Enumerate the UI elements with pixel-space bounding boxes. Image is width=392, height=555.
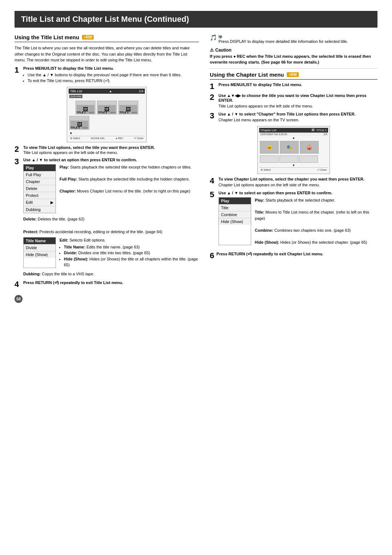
rw-badge-left: +RW bbox=[82, 35, 94, 40]
left-column: Using the Title List menu +RW The Title … bbox=[15, 34, 199, 303]
right-step3-num: 3 bbox=[210, 112, 216, 123]
screen-thumbs: 🖼 TITLE 1 10/12 🖼 TITLE 2 10/14 🖼 TITLE … bbox=[69, 99, 145, 116]
menu-list-edit: Title Name Divide Hide (Show) bbox=[23, 237, 56, 268]
right-step6-num: 6 bbox=[210, 252, 214, 260]
edit-desc: Edit: Selects Edit options. Title Name: … bbox=[60, 237, 199, 268]
menu-edit-hideshow[interactable]: Hide (Show) bbox=[24, 251, 56, 258]
step3-desc: Play: Starts playback the selected title… bbox=[60, 164, 199, 213]
thumb-title3: 🖼 TITLE 3 10/16 bbox=[118, 101, 138, 114]
screen-badge: 1/4 bbox=[139, 89, 144, 93]
chapter-menu-title[interactable]: Title bbox=[219, 204, 251, 211]
step2-text: Title List options appears on the left s… bbox=[23, 150, 199, 155]
left-section-title: Using the Title List menu +RW bbox=[15, 34, 199, 42]
caution-box: ⚠ Caution If you press ● REC when the Ti… bbox=[210, 48, 377, 65]
thumb-title1: 🖼 TITLE 1 10/12 bbox=[75, 101, 95, 114]
right-step1-bold: Press MENU/LIST to display Title List me… bbox=[219, 82, 302, 87]
right-step5-bold: Use ▲ / ▼ to select an option then press… bbox=[219, 191, 332, 195]
menu-item-delete[interactable]: Delete bbox=[24, 185, 56, 192]
right-step1-num: 1 bbox=[210, 82, 216, 90]
screen-arrow-down: ▼ bbox=[69, 131, 145, 136]
chapter-menu-play[interactable]: Play bbox=[219, 198, 251, 204]
thumb-title2: 🖼 TITLE 2 10/14 bbox=[97, 101, 117, 114]
menu-item-dubbing[interactable]: Dubbing bbox=[24, 206, 56, 213]
left-step4: 4 Press RETURN (⏎) repeatedly to exit Ti… bbox=[15, 280, 199, 288]
menu-item-protect[interactable]: Protect bbox=[24, 192, 56, 199]
left-step1: 1 Press MENU/LIST to display the Title L… bbox=[15, 66, 199, 84]
chapter-thumb3: 🎪 bbox=[300, 141, 319, 154]
thumb-title4: 🖼 TITLE 4 10/17 bbox=[69, 116, 89, 130]
right-step4-text: Chapter List options appears on the left… bbox=[219, 182, 377, 188]
menu-edit-titlename[interactable]: Title Name bbox=[24, 238, 56, 244]
right-section-title: Using the Chapter List menu +RW bbox=[210, 72, 377, 80]
page-num-container: 58 bbox=[15, 291, 199, 303]
chapter-thumb1: 🐱 bbox=[260, 141, 279, 154]
right-step3: 3 Use ▲ / ▼ to select "Chapter" from Tit… bbox=[210, 112, 377, 123]
page-number: 58 bbox=[15, 295, 23, 303]
chapter-screen-title-bar: Chapter List 🖼 TITLE 1 bbox=[259, 128, 328, 133]
right-step2-bold: Use ▲▼◀▶ to choose the title you want to… bbox=[219, 93, 367, 102]
screen-footer: ⊕ Select ⊕123⊕ Info. ● REC ⏎ Close bbox=[69, 136, 145, 141]
right-step1: 1 Press MENU/LIST to display Title List … bbox=[210, 82, 377, 90]
menu-item-play[interactable]: Play bbox=[24, 165, 56, 171]
right-step5-options: Play Title Combine Hide (Show) Play: Sta… bbox=[219, 197, 377, 245]
rw-badge-right: +RW bbox=[287, 72, 298, 77]
chapter-list-screen: Chapter List 🖼 TITLE 1 12/07/2004 Tue 0:… bbox=[257, 126, 330, 174]
chapter-thumb2: 🎭 bbox=[280, 141, 299, 154]
left-step3: 3 Use ▲ / ▼ to select an option then pre… bbox=[15, 158, 199, 277]
dubbing-desc: Dubbing: Copys the title to a VHS tape. bbox=[23, 271, 199, 277]
caution-icon: ⚠ bbox=[210, 48, 214, 53]
screen-device: DVD+RW bbox=[69, 95, 82, 98]
screen-title-bar: Title List ▲ 1/4 bbox=[69, 89, 145, 94]
menu-item-edit[interactable]: Edit ▶ bbox=[24, 199, 56, 206]
right-step4-bold: To view Chapter List options, select the… bbox=[219, 177, 364, 181]
step3-bold: Use ▲ / ▼ to select an option then press… bbox=[23, 158, 137, 162]
step1-bullet1: Use the ▲ / ▼ buttons to display the pre… bbox=[28, 72, 199, 78]
right-step6: 6 Press RETURN (⏎) repeatedly to exit Ch… bbox=[210, 252, 377, 260]
screen-device-row: DVD+RW bbox=[69, 94, 145, 99]
right-step5: 5 Use ▲ / ▼ to select an option then pre… bbox=[210, 191, 377, 248]
caution-title: ⚠ Caution bbox=[210, 48, 377, 53]
step4-num: 4 bbox=[15, 280, 21, 288]
menu-list-left: Play Full Play Chapter Delete Protect Ed… bbox=[23, 164, 56, 213]
right-step2: 2 Use ▲▼◀▶ to choose the title you want … bbox=[210, 93, 377, 109]
chapter-screen-date: 12/07/2004 Tue 0:25:20 1/3 bbox=[259, 133, 328, 136]
divider bbox=[210, 68, 377, 69]
screen-title: Title List bbox=[70, 89, 82, 93]
right-step5-num: 5 bbox=[210, 191, 216, 248]
step3-num: 3 bbox=[15, 158, 21, 277]
step3-extra-desc: Delete: Deletes the title. (page 62) Pro… bbox=[23, 216, 199, 235]
tip-label: ip bbox=[219, 34, 222, 39]
menu-item-fullplay[interactable]: Full Play bbox=[24, 171, 56, 178]
title-list-screen: Title List ▲ 1/4 DVD+RW 🖼 TITLE 1 10/12 … bbox=[67, 87, 147, 142]
right-step5-desc: Play: Starts playback of the selected ch… bbox=[255, 197, 377, 245]
step1-bullets: Use the ▲ / ▼ buttons to display the pre… bbox=[28, 72, 199, 84]
chapter-menu-combine[interactable]: Combine bbox=[219, 211, 251, 218]
edit-options: Title Name Divide Hide (Show) Edit: Sele… bbox=[23, 237, 199, 268]
menu-item-chapter[interactable]: Chapter bbox=[24, 178, 56, 185]
step2-bold: To view Title List options, select the t… bbox=[23, 145, 155, 150]
right-step6-bold: Press RETURN (⏎) repeatedly to exit Chap… bbox=[216, 252, 323, 256]
screen-title4-row: 🖼 TITLE 4 10/17 bbox=[69, 116, 145, 131]
chapter-screen-footer: ⊕ Select ⏎ Close bbox=[259, 167, 328, 172]
tip-text: Press DISPLAY to display more detailed t… bbox=[219, 39, 348, 45]
right-step4: 4 To view Chapter List options, select t… bbox=[210, 177, 377, 188]
tip-box: 🎵 ip Press DISPLAY to display more detai… bbox=[210, 34, 377, 45]
left-step2: 2 To view Title List options, select the… bbox=[15, 145, 199, 155]
right-column: 🎵 ip Press DISPLAY to display more detai… bbox=[210, 34, 377, 303]
step3-options: Play Full Play Chapter Delete Protect Ed… bbox=[23, 164, 199, 213]
chapter-menu-hideshow[interactable]: Hide (Show) bbox=[219, 218, 251, 225]
page-title: Title List and Chapter List Menu (Contin… bbox=[21, 15, 189, 24]
menu-edit-divide[interactable]: Divide bbox=[24, 244, 56, 251]
right-step3-bold: Use ▲ / ▼ to select "Chapter" from Title… bbox=[219, 112, 355, 116]
tip-icon: 🎵 bbox=[210, 34, 217, 41]
step1-bold: Press MENU/LIST to display the Title Lis… bbox=[23, 66, 114, 70]
step2-num: 2 bbox=[15, 145, 21, 155]
step4-bold: Press RETURN (⏎) repeatedly to exit Titl… bbox=[23, 280, 123, 285]
step1-num: 1 bbox=[15, 66, 21, 84]
right-step3-text: Chapter List menu appears on the TV scre… bbox=[219, 117, 377, 123]
chapter-menu-list: Play Title Combine Hide (Show) bbox=[219, 197, 251, 245]
right-step4-num: 4 bbox=[210, 177, 216, 188]
right-step2-num: 2 bbox=[210, 93, 216, 109]
chapter-screen-empty-row bbox=[259, 155, 328, 163]
left-body-text: The Title List is where you can see the … bbox=[15, 45, 199, 63]
